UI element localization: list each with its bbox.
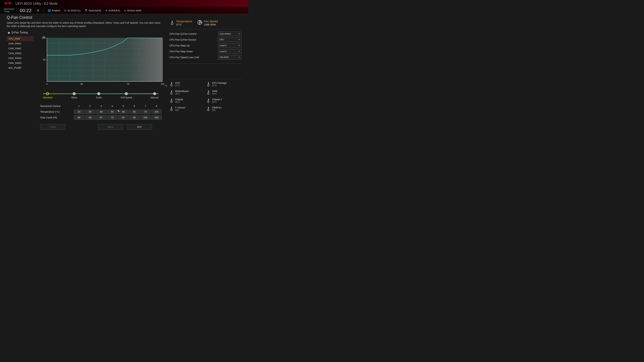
temperature-cell[interactable]: 20 [74,110,84,114]
thermometer-icon [170,90,174,94]
profile-slider[interactable]: StandardSilentTurboFull SpeedManual [43,92,158,99]
qfan-tuning-button[interactable]: ◉ Q-Fan Tuning [8,31,164,34]
config-select[interactable]: CPU▼ [218,37,242,42]
sensor-value: N/A [175,109,185,111]
toolbar: 09/27/2024 Friday 00:22 ⚙ | 🌐English ⌬AI… [0,7,248,14]
fan-item-aio_pump[interactable]: AIO_PUMP [7,65,34,70]
fan-item-cha_fan1[interactable]: CHA_FAN1 [7,41,34,46]
exit-button[interactable]: Exit [127,124,152,130]
select-value: Level 0 [220,50,226,53]
temperature-cell[interactable]: 65 [129,110,140,114]
profile-label: Turbo [96,96,102,99]
settings-button[interactable]: ⚙ [37,9,39,12]
config-panel: CPU Fan Q-Fan Control Auto Detect▼CPU Fa… [170,29,242,64]
sensor-motherboard: MotherBoard35°C [170,90,204,95]
question-icon: ❔ [84,9,88,12]
search-button[interactable]: ❔Search(F9) [84,9,101,12]
clock-text: 00:22 [20,8,32,13]
temperature-label: Temperature (°C) [40,110,74,113]
duty-cell[interactable]: 100 [151,115,162,120]
profile-label: Full Speed [121,96,132,99]
sensor-cpu: CPU27°C [170,82,204,87]
temperature-cell[interactable]: 40 [96,110,106,114]
config-label: CPU Fan Q-Fan Source [170,38,196,41]
sensor-name: Chipset 2 [212,98,222,101]
chevron-down-icon: ▼ [238,44,240,46]
duty-cell[interactable]: 90 [129,115,140,120]
sensor-cpu-package: CPU Package37°C [206,82,242,87]
sensor-name: Chipset [175,98,183,101]
svg-text:0: 0 [46,83,48,85]
fan-speed-status: Fan Speed 1098 RPM [197,20,218,26]
temperature-cell[interactable]: 50 [107,110,118,114]
duty-cell[interactable]: 81 [118,115,128,120]
duty-cell[interactable]: 60 [74,115,84,120]
profile-standard[interactable]: Standard [43,92,52,99]
col-head: 6 [129,105,140,107]
fan-item-cpu_fan[interactable]: CPU_FAN [7,36,34,41]
select-value: CPU [220,38,224,41]
ai-oc-button[interactable]: ⌬AI OC(F11) [64,9,80,12]
profile-label: Silent [71,96,77,99]
duty-cell[interactable]: 73 [107,115,118,120]
sensor-value: 35°C [175,92,189,95]
duty-cell[interactable]: 63 [85,115,95,120]
profile-manual[interactable]: Manual [151,92,158,99]
profile-silent[interactable]: Silent [71,92,77,99]
temperature-cell[interactable]: 70 [140,110,150,114]
aura-button[interactable]: ☀AURA(F4) [105,9,120,12]
config-select[interactable]: 200 RPM▼ [218,55,242,60]
sensor-value: 45°C [212,101,222,103]
sensor-name: T_Sensor [175,106,185,109]
duty-cell[interactable]: 100 [140,115,150,120]
sensor-chipset-2: Chipset 245°C [206,98,242,103]
globe-icon: 🌐 [48,9,51,12]
undo-button[interactable]: Undo [40,124,66,130]
config-select[interactable]: Auto Detect▼ [218,31,242,36]
config-select[interactable]: Level 0▼ [218,43,242,48]
temperature-cell[interactable]: 30 [85,110,95,114]
profile-full-speed[interactable]: Full Speed [121,92,132,99]
app-title: UEFI BIOS Utility - EZ Mode [16,2,58,5]
thermometer-icon [170,82,174,86]
config-label: CPU Fan Step Down [170,50,193,53]
apply-button[interactable]: Apply [98,124,123,130]
chart-svg: 5010003070100% [40,36,164,86]
resize-bar-button[interactable]: ▭ReSize BAR [124,9,141,12]
aura-label: AURA(F4) [108,9,120,12]
sun-icon: ☀ [105,9,107,12]
config-select[interactable]: Level 0▼ [218,49,242,54]
config-label: CPU Fan Step Up [170,44,190,47]
col-head: 3 [96,105,106,107]
config-row: CPU Fan Step Down Level 0▼ [170,48,242,54]
fan-list: CPU_FANCHA_FAN1CHA_FAN2CHA_FAN3CHA_FAN4C… [7,36,34,130]
rog-logo-icon [3,1,12,6]
resize-bar-label: ReSize BAR [127,9,141,12]
chevron-down-icon: ▼ [238,33,240,35]
col-head: 7 [140,105,150,107]
fan-item-cha_fan2[interactable]: CHA_FAN2 [7,46,34,51]
sensor-value: N/A [212,109,222,111]
gear-icon: ⚙ [37,9,39,12]
sensor-dimm-a1: DIMM A1N/A [206,106,242,111]
duty-label: Duty Cycle (%) [40,116,74,119]
thermometer-icon [206,98,210,103]
chevron-down-icon: ▼ [238,50,240,52]
temperature-cell[interactable]: 58 [118,110,128,114]
sensor-vrm: VRM34°C [206,90,242,95]
fan-curve-chart[interactable]: 5010003070100% °C StandardSilentTurboFul… [35,36,163,130]
temperature-cell[interactable]: 100 [151,110,162,114]
fan-item-cha_fan4[interactable]: CHA_FAN4 [7,56,34,60]
bar-icon: ▭ [124,9,126,12]
svg-text:70: 70 [126,83,129,85]
sensor-name: MotherBoard [175,90,189,92]
select-value: Level 0 [220,44,226,47]
language-menu[interactable]: 🌐English [48,9,60,12]
config-row: CPU Fan Q-Fan Source CPU▼ [170,37,242,42]
fan-item-cha_fan5[interactable]: CHA_FAN5 [7,60,34,65]
fan-item-cha_fan3[interactable]: CHA_FAN3 [7,51,34,56]
fan-speed-value: 1098 RPM [204,23,218,26]
duty-cell[interactable]: 67 [96,115,106,120]
profile-turbo[interactable]: Turbo [96,92,102,99]
date-text: 09/27/2024 [4,8,14,10]
